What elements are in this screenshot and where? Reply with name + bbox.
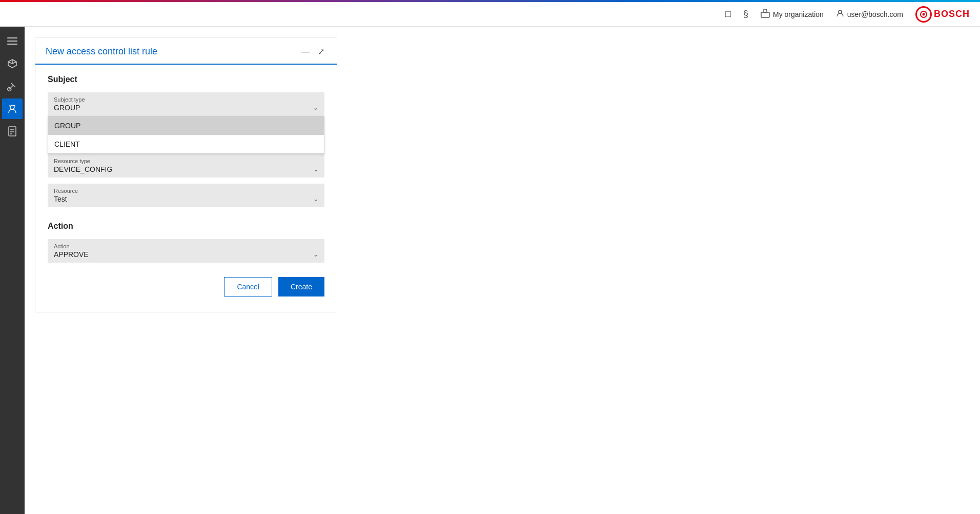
svg-rect-6 [7,37,17,38]
org-selector[interactable]: My organization [761,9,824,19]
subject-type-dropdown-menu: GROUP CLIENT [48,116,324,154]
action-select[interactable]: Action APPROVE ⌄ [48,239,324,263]
sidebar-menu-icon[interactable] [2,31,23,51]
subject-type-select[interactable]: Subject type GROUP ⌄ [48,92,324,116]
resource-dropdown-wrapper: Resource Test ⌄ [48,184,324,207]
action-section: Action Action APPROVE ⌄ [48,222,324,263]
bosch-text: BOSCH [934,9,970,19]
svg-line-17 [9,105,10,106]
subject-type-chevron-icon: ⌄ [313,104,318,111]
acl-panel: New access control list rule — ⤢ Subject… [35,37,337,312]
svg-rect-0 [761,12,769,17]
action-value: APPROVE [54,250,89,259]
book-icon[interactable]: □ [725,9,731,19]
svg-rect-1 [764,9,767,12]
svg-rect-8 [7,44,17,45]
paragraph-icon[interactable]: § [743,9,748,19]
svg-point-3 [839,10,842,13]
action-label: Action [54,243,318,249]
user-icon [836,9,844,19]
main-layout: New access control list rule — ⤢ Subject… [0,27,980,514]
sidebar-document-icon[interactable] [2,121,23,142]
action-chevron-icon: ⌄ [313,251,318,258]
button-row: Cancel Create [48,277,324,296]
content-area: New access control list rule — ⤢ Subject… [25,27,980,514]
resource-type-dropdown-wrapper: Resource type DEVICE_CONFIG ⌄ [48,154,324,177]
sidebar [0,27,25,514]
subject-section: Subject Subject type GROUP ⌄ GROUP [48,75,324,116]
sidebar-tools-icon[interactable] [2,76,23,96]
user-label: user@bosch.com [847,10,903,18]
panel-controls: — ⤢ [299,46,326,57]
bosch-logo-circle [915,6,932,23]
subject-type-option-client[interactable]: CLIENT [48,135,324,153]
action-dropdown-wrapper: Action APPROVE ⌄ [48,239,324,263]
resource-value: Test [54,195,67,203]
org-icon [761,9,770,19]
sidebar-cube-icon[interactable] [2,53,23,74]
resource-select[interactable]: Resource Test ⌄ [48,184,324,207]
svg-line-16 [14,105,15,106]
resource-type-chevron-icon: ⌄ [313,166,318,173]
resource-chevron-icon: ⌄ [313,195,318,203]
create-button[interactable]: Create [278,277,324,296]
subject-type-dropdown-wrapper: Subject type GROUP ⌄ GROUP CLIENT [48,92,324,116]
header: □ § My organization user@bosch.com [0,2,980,27]
svg-rect-18 [9,127,16,136]
svg-rect-7 [7,41,17,42]
panel-title: New access control list rule [46,46,157,57]
svg-point-15 [10,105,14,109]
action-section-title: Action [48,222,324,231]
brand-logo: BOSCH [915,6,970,23]
resource-type-select[interactable]: Resource type DEVICE_CONFIG ⌄ [48,154,324,177]
panel-header: New access control list rule — ⤢ [35,37,337,65]
cancel-button[interactable]: Cancel [224,277,272,296]
svg-point-5 [922,13,925,15]
org-label: My organization [773,10,824,18]
subject-type-option-group[interactable]: GROUP [48,116,324,135]
minimize-button[interactable]: — [299,46,312,57]
svg-line-11 [8,62,12,64]
panel-body: Subject Subject type GROUP ⌄ GROUP [35,65,337,312]
sidebar-access-control-icon[interactable] [2,98,23,119]
subject-type-label: Subject type [54,96,318,103]
subject-type-value: GROUP [54,104,80,112]
resource-type-value: DEVICE_CONFIG [54,165,112,173]
resource-type-label: Resource type [54,158,318,164]
expand-button[interactable]: ⤢ [316,46,326,57]
user-info: user@bosch.com [836,9,903,19]
subject-section-title: Subject [48,75,324,84]
svg-line-10 [12,62,16,64]
resource-label: Resource [54,188,318,194]
